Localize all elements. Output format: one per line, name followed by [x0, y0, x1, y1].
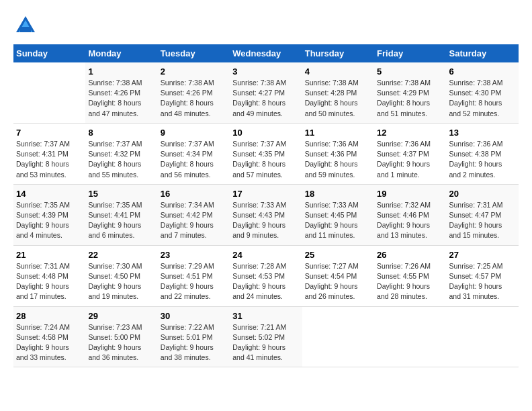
day-number: 5 [377, 66, 443, 77]
day-info: Sunrise: 7:29 AMSunset: 4:51 PMDaylight:… [161, 261, 227, 302]
day-info: Sunrise: 7:36 AMSunset: 4:37 PMDaylight:… [377, 139, 443, 180]
calendar-row-1: 7Sunrise: 7:37 AMSunset: 4:31 PMDaylight… [13, 123, 519, 184]
day-info: Sunrise: 7:36 AMSunset: 4:36 PMDaylight:… [305, 139, 371, 180]
day-number: 8 [88, 128, 154, 138]
day-info: Sunrise: 7:30 AMSunset: 4:50 PMDaylight:… [88, 261, 154, 302]
calendar-cell: 17Sunrise: 7:33 AMSunset: 4:43 PMDayligh… [230, 184, 302, 245]
day-info: Sunrise: 7:32 AMSunset: 4:46 PMDaylight:… [377, 200, 443, 241]
day-number: 4 [305, 66, 371, 77]
day-info: Sunrise: 7:38 AMSunset: 4:26 PMDaylight:… [161, 78, 227, 119]
day-number: 18 [305, 189, 371, 199]
day-info: Sunrise: 7:25 AMSunset: 4:57 PMDaylight:… [449, 261, 516, 302]
calendar-cell: 30Sunrise: 7:22 AMSunset: 5:01 PMDayligh… [158, 306, 230, 367]
day-number: 22 [88, 250, 154, 260]
day-info: Sunrise: 7:31 AMSunset: 4:47 PMDaylight:… [449, 200, 516, 241]
day-info: Sunrise: 7:24 AMSunset: 4:58 PMDaylight:… [16, 322, 83, 363]
day-info: Sunrise: 7:34 AMSunset: 4:42 PMDaylight:… [161, 200, 227, 241]
calendar-cell: 18Sunrise: 7:33 AMSunset: 4:45 PMDayligh… [302, 184, 374, 245]
calendar-cell: 25Sunrise: 7:27 AMSunset: 4:54 PMDayligh… [302, 245, 374, 306]
calendar-row-2: 14Sunrise: 7:35 AMSunset: 4:39 PMDayligh… [13, 184, 519, 245]
day-info: Sunrise: 7:35 AMSunset: 4:41 PMDaylight:… [88, 200, 154, 241]
day-number: 14 [16, 189, 83, 199]
calendar-cell: 31Sunrise: 7:21 AMSunset: 5:02 PMDayligh… [230, 306, 302, 367]
day-number: 23 [161, 250, 227, 260]
day-number: 19 [377, 189, 443, 199]
day-number: 13 [449, 128, 516, 138]
day-info: Sunrise: 7:37 AMSunset: 4:32 PMDaylight:… [88, 139, 154, 180]
logo-icon [13, 13, 38, 38]
header-tuesday: Tuesday [158, 44, 230, 62]
calendar-cell: 2Sunrise: 7:38 AMSunset: 4:26 PMDaylight… [158, 62, 230, 123]
day-info: Sunrise: 7:27 AMSunset: 4:54 PMDaylight:… [305, 261, 371, 302]
day-info: Sunrise: 7:31 AMSunset: 4:48 PMDaylight:… [16, 261, 83, 302]
day-info: Sunrise: 7:33 AMSunset: 4:45 PMDaylight:… [305, 200, 371, 241]
calendar-row-0: 1Sunrise: 7:38 AMSunset: 4:26 PMDaylight… [13, 62, 519, 123]
day-number: 12 [377, 128, 443, 138]
calendar-table: SundayMondayTuesdayWednesdayThursdayFrid… [13, 44, 519, 367]
day-info: Sunrise: 7:21 AMSunset: 5:02 PMDaylight:… [232, 322, 299, 363]
day-number: 6 [449, 66, 516, 77]
page-header [13, 13, 519, 38]
svg-rect-2 [20, 27, 31, 32]
calendar-cell: 22Sunrise: 7:30 AMSunset: 4:50 PMDayligh… [85, 245, 157, 306]
day-number: 26 [377, 250, 443, 260]
day-number: 7 [16, 128, 83, 138]
calendar-header-row: SundayMondayTuesdayWednesdayThursdayFrid… [13, 44, 519, 62]
header-sunday: Sunday [13, 44, 85, 62]
calendar-cell: 14Sunrise: 7:35 AMSunset: 4:39 PMDayligh… [13, 184, 85, 245]
calendar-cell: 28Sunrise: 7:24 AMSunset: 4:58 PMDayligh… [13, 306, 85, 367]
header-saturday: Saturday [447, 44, 519, 62]
calendar-cell [302, 306, 374, 367]
calendar-cell: 9Sunrise: 7:37 AMSunset: 4:34 PMDaylight… [158, 123, 230, 184]
calendar-cell [447, 306, 519, 367]
day-number: 1 [88, 66, 154, 77]
day-info: Sunrise: 7:37 AMSunset: 4:34 PMDaylight:… [161, 139, 227, 180]
day-number: 9 [161, 128, 227, 138]
day-info: Sunrise: 7:28 AMSunset: 4:53 PMDaylight:… [232, 261, 299, 302]
day-number: 21 [16, 250, 83, 260]
calendar-cell [374, 306, 446, 367]
day-number: 17 [232, 189, 299, 199]
calendar-cell: 8Sunrise: 7:37 AMSunset: 4:32 PMDaylight… [85, 123, 157, 184]
day-info: Sunrise: 7:22 AMSunset: 5:01 PMDaylight:… [161, 322, 227, 363]
day-number: 27 [449, 250, 516, 260]
calendar-row-3: 21Sunrise: 7:31 AMSunset: 4:48 PMDayligh… [13, 245, 519, 306]
header-thursday: Thursday [302, 44, 374, 62]
day-number: 30 [161, 311, 227, 321]
calendar-cell: 16Sunrise: 7:34 AMSunset: 4:42 PMDayligh… [158, 184, 230, 245]
calendar-cell: 23Sunrise: 7:29 AMSunset: 4:51 PMDayligh… [158, 245, 230, 306]
day-number: 16 [161, 189, 227, 199]
day-number: 11 [305, 128, 371, 138]
calendar-cell: 20Sunrise: 7:31 AMSunset: 4:47 PMDayligh… [447, 184, 519, 245]
day-number: 20 [449, 189, 516, 199]
calendar-cell: 26Sunrise: 7:26 AMSunset: 4:55 PMDayligh… [374, 245, 446, 306]
logo [13, 13, 40, 38]
day-number: 29 [88, 311, 154, 321]
calendar-cell: 24Sunrise: 7:28 AMSunset: 4:53 PMDayligh… [230, 245, 302, 306]
calendar-cell: 11Sunrise: 7:36 AMSunset: 4:36 PMDayligh… [302, 123, 374, 184]
calendar-cell: 10Sunrise: 7:37 AMSunset: 4:35 PMDayligh… [230, 123, 302, 184]
day-info: Sunrise: 7:38 AMSunset: 4:28 PMDaylight:… [305, 78, 371, 119]
day-number: 28 [16, 311, 83, 321]
day-number: 31 [232, 311, 299, 321]
header-wednesday: Wednesday [230, 44, 302, 62]
day-number: 15 [88, 189, 154, 199]
calendar-cell: 21Sunrise: 7:31 AMSunset: 4:48 PMDayligh… [13, 245, 85, 306]
day-number: 25 [305, 250, 371, 260]
day-info: Sunrise: 7:35 AMSunset: 4:39 PMDaylight:… [16, 200, 83, 241]
calendar-cell: 13Sunrise: 7:36 AMSunset: 4:38 PMDayligh… [447, 123, 519, 184]
day-info: Sunrise: 7:38 AMSunset: 4:27 PMDaylight:… [232, 78, 299, 119]
calendar-cell [13, 62, 85, 123]
day-number: 2 [161, 66, 227, 77]
calendar-row-4: 28Sunrise: 7:24 AMSunset: 4:58 PMDayligh… [13, 306, 519, 367]
calendar-cell: 15Sunrise: 7:35 AMSunset: 4:41 PMDayligh… [85, 184, 157, 245]
calendar-cell: 4Sunrise: 7:38 AMSunset: 4:28 PMDaylight… [302, 62, 374, 123]
day-info: Sunrise: 7:26 AMSunset: 4:55 PMDaylight:… [377, 261, 443, 302]
day-info: Sunrise: 7:37 AMSunset: 4:35 PMDaylight:… [232, 139, 299, 180]
header-monday: Monday [85, 44, 157, 62]
day-info: Sunrise: 7:37 AMSunset: 4:31 PMDaylight:… [16, 139, 83, 180]
header-friday: Friday [374, 44, 446, 62]
day-info: Sunrise: 7:33 AMSunset: 4:43 PMDaylight:… [232, 200, 299, 241]
calendar-cell: 7Sunrise: 7:37 AMSunset: 4:31 PMDaylight… [13, 123, 85, 184]
day-info: Sunrise: 7:23 AMSunset: 5:00 PMDaylight:… [88, 322, 154, 363]
